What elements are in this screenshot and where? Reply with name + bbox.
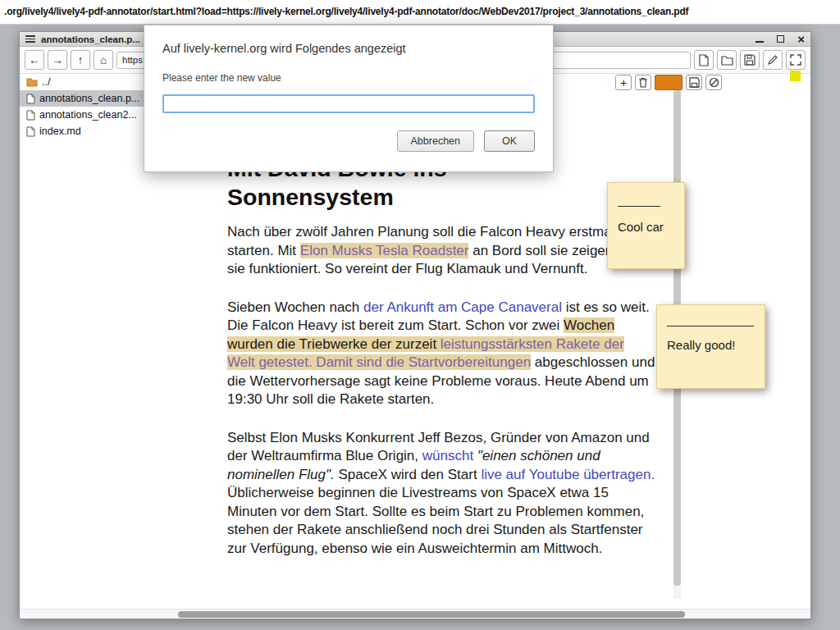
circle-slash-icon (709, 77, 719, 88)
maximize-icon[interactable] (777, 35, 784, 43)
annotation-link[interactable]: live auf Youtube übertragen. (481, 467, 655, 482)
folder-button[interactable] (717, 50, 737, 70)
note-text[interactable]: Really good! (667, 338, 755, 352)
window-title: annotations_clean.p... (41, 34, 140, 44)
note-line (618, 206, 660, 207)
article-paragraph: Sieben Wochen nach der Ankunft am Cape C… (227, 299, 655, 409)
ok-button[interactable]: OK (484, 130, 535, 152)
dialog-message: Please enter the new value (162, 72, 535, 84)
fullscreen-button[interactable] (786, 50, 806, 70)
browser-url-text: .org/lively4/lively4-pdf-annotator/start… (4, 6, 688, 17)
document-icon (698, 54, 710, 66)
text-span: Üblicherweise beginnen die Livestreams v… (227, 485, 644, 556)
new-file-button[interactable] (694, 50, 714, 70)
cancel-annotation-button[interactable] (705, 75, 722, 90)
file-icon (26, 126, 35, 137)
close-icon[interactable]: × (797, 35, 805, 43)
folder-icon (26, 78, 38, 87)
note-line (667, 326, 754, 326)
floppy-save-icon (744, 54, 756, 66)
annotation-toolbar: + (615, 75, 722, 90)
annotation-link[interactable]: Elon Musks Tesla Roadster (300, 243, 469, 258)
save-button[interactable] (740, 50, 760, 70)
article-paragraph: Nach über zwölf Jahren Planung soll die … (227, 223, 655, 279)
forward-button[interactable]: → (48, 50, 67, 70)
sticky-note[interactable]: Really good! (656, 304, 765, 389)
note-text[interactable]: Cool car (618, 220, 674, 234)
article-paragraphs: Nach über zwölf Jahren Planung soll die … (227, 223, 655, 558)
yellow-marker-square[interactable] (790, 71, 801, 81)
file-list: ../ annotations_clean.p... annotations_c… (20, 74, 145, 139)
horizontal-scrollbar[interactable] (20, 609, 810, 619)
pdf-article: Mit David Bowie ins Sonnensystem Nach üb… (227, 154, 655, 578)
annotation-link[interactable]: wünscht (422, 448, 473, 463)
sticky-note[interactable]: Cool car (607, 182, 685, 269)
annotation-link[interactable]: der Ankunft am Cape Canaveral (363, 299, 562, 315)
file-item-parent-dir[interactable]: ../ (20, 74, 145, 90)
dialog-title: Auf lively-kernel.org wird Folgendes ang… (162, 42, 535, 55)
trash-icon (638, 77, 648, 88)
file-icon (26, 110, 35, 121)
file-item-index-md[interactable]: index.md (20, 123, 145, 139)
horizontal-scrollbar-thumb[interactable] (178, 611, 685, 618)
prompt-input[interactable] (162, 94, 535, 113)
save-annotations-button[interactable] (686, 75, 702, 90)
text-span: SpaceX wird den Start (335, 467, 482, 482)
minimize-icon[interactable] (756, 36, 764, 43)
file-item-annotations-clean2[interactable]: annotations_clean2... (20, 107, 145, 123)
pencil-icon (767, 54, 778, 66)
text-span: Sieben Wochen nach (227, 299, 363, 315)
highlight-color-swatch[interactable] (655, 75, 682, 90)
up-button[interactable]: ↑ (71, 50, 90, 70)
article-paragraph: Selbst Elon Musks Konkurrent Jeff Bezos,… (227, 429, 655, 559)
add-annotation-button[interactable]: + (615, 75, 632, 90)
home-button[interactable]: ⌂ (94, 50, 113, 70)
delete-annotation-button[interactable] (635, 75, 651, 90)
prompt-dialog: Auf lively-kernel.org wird Folgendes ang… (144, 25, 554, 172)
file-icon (26, 94, 35, 104)
menu-icon[interactable] (25, 35, 35, 43)
file-item-annotations-clean[interactable]: annotations_clean.p... (20, 90, 145, 107)
cancel-button[interactable]: Abbrechen (397, 130, 474, 152)
floppy-save-icon (689, 77, 700, 88)
edit-button[interactable] (763, 50, 783, 70)
expand-icon (790, 54, 801, 66)
back-button[interactable]: ← (25, 50, 44, 70)
folder-icon (721, 55, 733, 66)
browser-address-bar: .org/lively4/lively4-pdf-annotator/start… (0, 0, 840, 25)
